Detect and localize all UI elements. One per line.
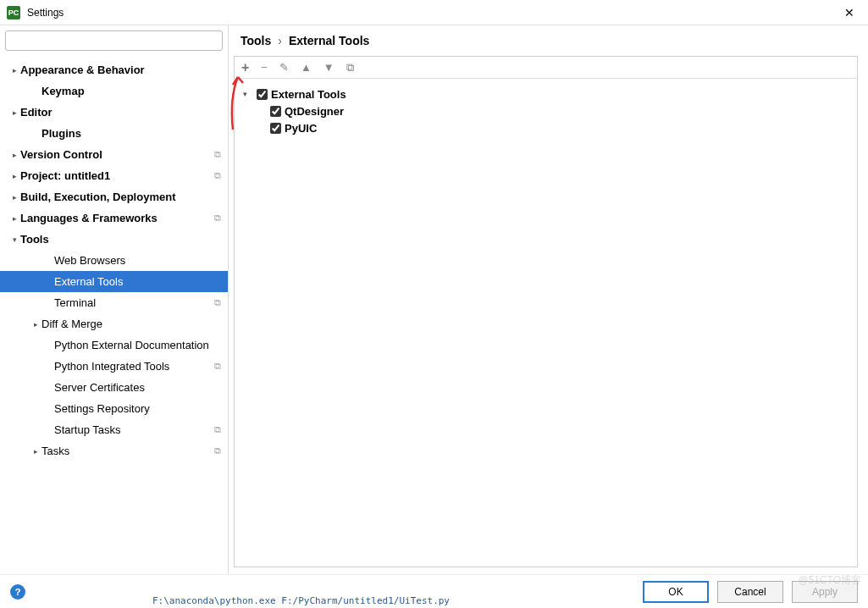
settings-tree[interactable]: Appearance & BehaviorKeymapEditorPlugins…: [0, 56, 228, 574]
sidebar-item[interactable]: Plugins: [0, 123, 228, 144]
sidebar-item[interactable]: Appearance & Behavior: [0, 59, 228, 80]
external-tools-panel: + − ✎ ▲ ▼ ⧉ ▾ External Tools QtDesigner: [234, 56, 858, 567]
chevron-icon[interactable]: [8, 108, 20, 117]
sidebar-item[interactable]: Tasks⧉: [0, 440, 228, 462]
scope-icon: ⧉: [214, 213, 221, 224]
window-title: Settings: [27, 7, 838, 19]
sidebar-item-label: Plugins: [41, 127, 221, 140]
add-button[interactable]: +: [241, 60, 249, 75]
edit-button[interactable]: ✎: [279, 61, 289, 74]
sidebar-item-label: Keymap: [41, 85, 221, 97]
sidebar-item-label: Project: untitled1: [20, 169, 211, 182]
tool-checkbox[interactable]: [270, 106, 281, 117]
help-button[interactable]: ?: [10, 584, 25, 600]
toolbar: + − ✎ ▲ ▼ ⧉: [235, 57, 857, 79]
breadcrumb-current: External Tools: [289, 34, 369, 47]
app-icon: PC: [7, 6, 20, 19]
scope-icon: ⧉: [214, 424, 221, 435]
chevron-down-icon[interactable]: ▾: [243, 90, 253, 98]
sidebar-item[interactable]: Python Integrated Tools⧉: [0, 356, 228, 377]
sidebar-item[interactable]: Languages & Frameworks⧉: [0, 207, 228, 229]
sidebar-item-label: Version Control: [20, 148, 211, 161]
scope-icon: ⧉: [214, 297, 221, 308]
sidebar-item-label: Python Integrated Tools: [54, 360, 211, 373]
scope-icon: ⧉: [214, 149, 221, 160]
apply-button[interactable]: Apply: [792, 581, 858, 603]
sidebar-item-label: Languages & Frameworks: [20, 212, 211, 224]
chevron-icon[interactable]: [8, 214, 20, 223]
tool-label: PyUIC: [285, 122, 317, 135]
scope-icon: ⧉: [214, 445, 221, 456]
sidebar-item-label: Tools: [20, 233, 221, 246]
chevron-icon[interactable]: [8, 193, 20, 202]
sidebar-item[interactable]: Build, Execution, Deployment: [0, 186, 228, 207]
sidebar-item-label: Startup Tasks: [54, 423, 211, 436]
sidebar-item[interactable]: Keymap: [0, 80, 228, 102]
sidebar-item[interactable]: Project: untitled1⧉: [0, 165, 228, 186]
sidebar-item[interactable]: Server Certificates: [0, 377, 228, 398]
sidebar-item[interactable]: External Tools: [0, 271, 228, 292]
scope-icon: ⧉: [214, 361, 221, 372]
chevron-icon[interactable]: [30, 320, 41, 329]
search-input[interactable]: [5, 30, 223, 51]
ok-button[interactable]: OK: [643, 581, 709, 603]
content-pane: Tools › External Tools + − ✎ ▲ ▼ ⧉ ▾: [229, 25, 868, 574]
tool-row-pyuic[interactable]: PyUIC: [243, 119, 849, 136]
breadcrumb-root[interactable]: Tools: [240, 34, 271, 47]
copy-button[interactable]: ⧉: [346, 61, 354, 75]
move-down-button[interactable]: ▼: [323, 61, 334, 74]
sidebar-item-label: Diff & Merge: [41, 318, 221, 330]
group-label: External Tools: [271, 88, 346, 101]
sidebar-item[interactable]: Startup Tasks⧉: [0, 419, 228, 440]
sidebar-item-label: Server Certificates: [54, 381, 221, 394]
scope-icon: ⧉: [214, 170, 221, 181]
sidebar-item[interactable]: Python External Documentation: [0, 334, 228, 356]
sidebar-item-label: External Tools: [54, 275, 221, 288]
chevron-icon[interactable]: [8, 235, 20, 244]
chevron-icon[interactable]: [8, 151, 20, 159]
sidebar-item[interactable]: Editor: [0, 102, 228, 123]
breadcrumb-sep: ›: [278, 34, 282, 47]
chevron-icon[interactable]: [8, 172, 20, 180]
tools-list: ▾ External Tools QtDesigner PyUIC: [235, 79, 857, 143]
sidebar-item-label: Web Browsers: [54, 254, 221, 267]
titlebar: PC Settings ✕: [0, 0, 868, 25]
breadcrumb: Tools › External Tools: [229, 25, 868, 56]
sidebar-item-label: Build, Execution, Deployment: [20, 191, 221, 203]
status-path: F:\anaconda\python.exe F:/PyCharm/untitl…: [152, 595, 450, 606]
sidebar-item[interactable]: Terminal⧉: [0, 292, 228, 313]
chevron-icon[interactable]: [8, 66, 20, 75]
sidebar-item[interactable]: Settings Repository: [0, 398, 228, 419]
remove-button[interactable]: −: [261, 61, 268, 74]
sidebar-item-label: Tasks: [41, 445, 211, 457]
cancel-button[interactable]: Cancel: [717, 581, 783, 603]
sidebar-item[interactable]: Version Control⧉: [0, 144, 228, 165]
sidebar-item-label: Settings Repository: [54, 402, 221, 415]
tool-group-row[interactable]: ▾ External Tools: [243, 86, 849, 102]
tool-checkbox[interactable]: [270, 123, 281, 134]
sidebar-item[interactable]: Diff & Merge: [0, 313, 228, 334]
move-up-button[interactable]: ▲: [301, 61, 312, 74]
main-area: 🔍 Appearance & BehaviorKeymapEditorPlugi…: [0, 25, 868, 574]
group-checkbox[interactable]: [257, 89, 268, 100]
sidebar-item-label: Python External Documentation: [54, 339, 221, 351]
sidebar-item-label: Appearance & Behavior: [20, 64, 221, 76]
sidebar: 🔍 Appearance & BehaviorKeymapEditorPlugi…: [0, 25, 229, 574]
sidebar-item-label: Terminal: [54, 296, 211, 309]
close-icon[interactable]: ✕: [838, 6, 861, 19]
search-wrap: 🔍: [0, 25, 228, 56]
tool-label: QtDesigner: [285, 105, 344, 118]
tool-row-qtdesigner[interactable]: QtDesigner: [243, 102, 849, 119]
sidebar-item-label: Editor: [20, 106, 221, 119]
sidebar-item[interactable]: Tools: [0, 229, 228, 250]
chevron-icon[interactable]: [30, 447, 41, 456]
sidebar-item[interactable]: Web Browsers: [0, 250, 228, 271]
